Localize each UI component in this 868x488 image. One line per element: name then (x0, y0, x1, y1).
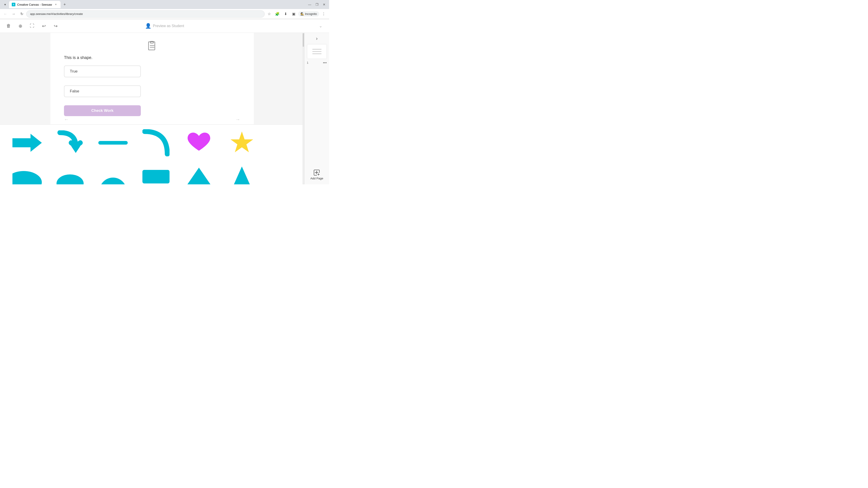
svg-point-7 (12, 171, 42, 184)
toolbar-right: ⌄ (316, 22, 324, 30)
page-number: 1 (307, 61, 309, 64)
shape-triangle-tall[interactable] (224, 163, 260, 184)
document-icon (147, 41, 158, 52)
cyan-rectangle-icon (141, 166, 170, 184)
svg-rect-9 (143, 170, 169, 184)
incognito-icon: 🕵 (301, 12, 304, 15)
shape-heart[interactable] (181, 129, 217, 156)
svg-marker-6 (230, 131, 253, 152)
left-arrow-hint: ← (64, 117, 69, 123)
cyan-dash-icon (98, 138, 128, 147)
extensions-button[interactable]: 🧩 (274, 10, 281, 18)
back-button[interactable]: ← (2, 10, 9, 18)
shape-arrow-right[interactable] (9, 129, 45, 156)
browser-chrome: ▾ S Creative Canvas - Seesaw × + — ❐ ✕ ←… (0, 0, 329, 19)
cyan-arc-icon (143, 129, 169, 156)
delete-button[interactable]: 🗑 (4, 22, 13, 30)
page-more-button[interactable]: ••• (323, 61, 327, 65)
shape-curved-arrow[interactable] (52, 129, 88, 156)
student-preview-icon: 👤 (145, 23, 151, 29)
redo-icon: ↪ (54, 23, 58, 29)
page-thumbnail-1[interactable] (307, 44, 327, 59)
reload-button[interactable]: ↻ (18, 10, 25, 18)
zoom-in-icon: ⊕ (19, 23, 22, 29)
shape-blob-small[interactable] (52, 163, 88, 184)
cyan-arrow-right-icon (12, 133, 42, 153)
yellow-star-icon (229, 130, 254, 155)
sidebar-next-arrow[interactable]: › (313, 35, 320, 42)
add-page-button[interactable]: Add Page (310, 169, 323, 180)
canvas-area[interactable]: This is a shape. True False Check Work ←… (0, 33, 304, 184)
browser-menu-button[interactable]: ⋮ (320, 10, 327, 18)
tab-close-button[interactable]: × (54, 2, 58, 6)
slide-content: This is a shape. True False Check Work ←… (51, 33, 254, 124)
scrollbar-thumb[interactable] (303, 33, 304, 47)
svg-rect-5 (98, 141, 128, 144)
svg-point-8 (57, 174, 84, 184)
app-toolbar: 🗑 ⊕ ⛶ ↩ ↪ 👤 Preview as Student ⌄ (0, 19, 329, 33)
svg-marker-4 (12, 134, 42, 152)
slide-icon-area (64, 37, 240, 54)
close-button[interactable]: ✕ (321, 1, 327, 8)
question-text: This is a shape. (64, 54, 240, 64)
add-page-label: Add Page (310, 177, 323, 180)
nav-actions: ☆ 🧩 ⬇ ▣ 🕵 Incognito ⋮ (266, 10, 327, 18)
forward-button[interactable]: → (10, 10, 17, 18)
svg-rect-1 (150, 41, 153, 43)
tab-list-btn[interactable]: ▾ (2, 1, 8, 8)
cyan-triangle-small-icon (184, 165, 214, 184)
add-page-area: Add Page (310, 169, 323, 182)
minimize-button[interactable]: — (307, 1, 313, 8)
shape-triangle-small[interactable] (181, 163, 217, 184)
option-false[interactable]: False (64, 86, 141, 97)
incognito-label: Incognito (305, 12, 317, 15)
page-thumb-inner (307, 44, 327, 59)
cyan-blob-left-icon (12, 165, 42, 184)
undo-icon: ↩ (42, 23, 46, 29)
cyan-curved-arrow-icon (55, 130, 85, 155)
check-work-button[interactable]: Check Work (64, 105, 141, 116)
undo-button[interactable]: ↩ (40, 22, 48, 30)
shape-rectangle[interactable] (138, 163, 174, 184)
download-button[interactable]: ⬇ (282, 10, 289, 18)
main-area: This is a shape. True False Check Work ←… (0, 33, 329, 184)
sidebar-toggle-button[interactable]: ▣ (290, 10, 297, 18)
redo-button[interactable]: ↪ (52, 22, 60, 30)
bookmark-button[interactable]: ☆ (266, 10, 273, 18)
magenta-heart-icon (186, 131, 211, 154)
tab-favicon: S (12, 3, 16, 6)
tab-back-forward: ▾ (2, 1, 8, 8)
chevron-down-icon: ⌄ (319, 24, 322, 29)
page-num-row: 1 ••• (307, 61, 327, 65)
fullscreen-button[interactable]: ⛶ (28, 22, 36, 30)
shape-arc[interactable] (138, 129, 174, 156)
tab-active[interactable]: S Creative Canvas - Seesaw × (9, 1, 61, 8)
tab-bar: ▾ S Creative Canvas - Seesaw × + — ❐ ✕ (0, 0, 329, 9)
shape-star[interactable] (224, 129, 260, 156)
shapes-area (0, 124, 304, 184)
address-bar[interactable]: app.seesaw.me/#/activities/library/creat… (26, 10, 265, 18)
thumb-preview-icon (309, 46, 325, 57)
toolbar-chevron-button[interactable]: ⌄ (316, 22, 324, 30)
sidebar-panel: › 1 ••• (304, 33, 329, 184)
preview-label: Preview as Student (153, 24, 184, 28)
toolbar-left: 🗑 ⊕ ⛶ ↩ ↪ (4, 22, 60, 30)
new-tab-button[interactable]: + (61, 1, 68, 8)
scrollbar-track[interactable] (303, 33, 304, 184)
option-true[interactable]: True (64, 66, 141, 77)
restore-button[interactable]: ❐ (314, 1, 320, 8)
add-page-icon (313, 169, 320, 176)
cyan-semicircle-icon (98, 165, 128, 184)
cyan-triangle-tall-icon (232, 165, 252, 184)
svg-marker-11 (233, 166, 251, 184)
shape-semicircle[interactable] (95, 163, 131, 184)
trash-icon: 🗑 (6, 23, 11, 29)
svg-marker-10 (186, 168, 211, 184)
fullscreen-icon: ⛶ (30, 23, 34, 29)
shape-dash[interactable] (95, 129, 131, 156)
tab-title: Creative Canvas - Seesaw (17, 3, 52, 6)
preview-as-student-button[interactable]: 👤 Preview as Student (145, 23, 184, 29)
nav-bar: ← → ↻ app.seesaw.me/#/activities/library… (0, 9, 329, 19)
shape-blob-left[interactable] (9, 163, 45, 184)
zoom-in-button[interactable]: ⊕ (16, 22, 24, 30)
